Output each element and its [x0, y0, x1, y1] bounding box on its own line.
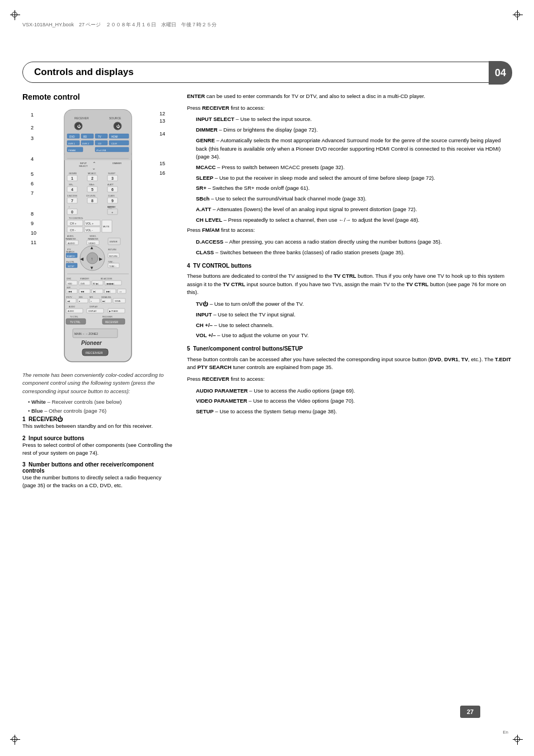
left-column: Remote control 1 2 3 4 5 6 7 8 9 10 11 1…	[22, 92, 174, 722]
section-title-remote: Remote control	[22, 92, 174, 101]
callout-4: 4	[31, 157, 36, 162]
svg-text:▶▶|: ▶▶|	[102, 300, 105, 302]
svg-text:EDN: EDN	[79, 296, 82, 298]
bullet-white: • White – Receiver controls (see below)	[28, 398, 174, 406]
svg-text:SELECT: SELECT	[79, 165, 88, 167]
videoparam-label: VIDEO PARAMETER	[196, 398, 247, 404]
enter-text: ENTER can be used to enter commands for …	[187, 92, 512, 101]
svg-rect-13	[95, 134, 107, 138]
svg-text:8: 8	[91, 199, 93, 203]
svg-text:SIGNAL/SGL: SIGNAL/SGL	[101, 296, 111, 298]
aatt-label: A.ATT	[196, 206, 211, 212]
svg-text:VOL +: VOL +	[86, 222, 93, 225]
svg-text:▶▶|: ▶▶|	[106, 290, 110, 293]
page-number: 27	[460, 706, 480, 718]
callout-left: 1 2 3 4 5 6 7 8 9 10 11	[31, 113, 36, 245]
svg-text:AUDIO: AUDIO	[68, 310, 74, 312]
sleep-label: SLEEP	[196, 175, 213, 181]
callout-2: 2	[31, 125, 36, 130]
callout-6: 6	[31, 181, 36, 186]
svg-text:STK/TV: STK/TV	[66, 296, 72, 298]
remote-wrapper: 1 2 3 4 5 6 7 8 9 10 11 12 13 14 15 16	[31, 107, 165, 366]
corner-mark-bl	[10, 735, 21, 746]
daccess-label: D.ACCESS	[196, 239, 223, 245]
svg-text:■: ■	[79, 300, 80, 302]
svg-rect-2	[64, 155, 132, 160]
callout-1: 1	[31, 113, 36, 118]
callout-14: 14	[160, 132, 165, 137]
callout-5: 5	[31, 172, 36, 177]
dimmer-label: DIMMER	[196, 127, 218, 133]
svg-text:RETURN: RETURN	[108, 249, 116, 251]
callout-right: 12 13 14 15 16	[160, 111, 165, 176]
svg-text:CD: CD	[98, 142, 101, 145]
svg-text:CH +: CH +	[70, 222, 77, 225]
daccess-item: D.ACCESS – After pressing, you can acces…	[196, 238, 512, 246]
input-select-label: INPUT SELECT	[196, 116, 235, 122]
svg-text:◀◀|: ◀◀|	[67, 300, 70, 302]
section-2-body: Press to select control of other compone…	[22, 441, 174, 458]
header-bar: Controls and displays 04	[22, 62, 512, 83]
section4-body: These buttons are dedicated to control t…	[187, 272, 512, 297]
input-select-item: INPUT SELECT – Use to select the input s…	[196, 115, 512, 124]
svg-text:●: ●	[91, 300, 92, 302]
svg-text:RECEIVER: RECEIVER	[86, 351, 103, 354]
remote-caption-text: The remote has been conveniently color-c…	[22, 371, 174, 415]
svg-text:6: 6	[111, 188, 114, 192]
svg-text:⌃: ⌃	[92, 165, 96, 170]
remote-body: RECEIVER SOURCE ⏻ ⏻ DVD BD TV HDMI	[59, 107, 137, 366]
svg-text:STANDBY: STANDBY	[80, 278, 90, 280]
remote-caption: The remote has been conveniently color-c…	[22, 371, 174, 395]
svg-text:CH -: CH -	[70, 228, 76, 232]
mcacc-label: MCACC	[196, 164, 216, 170]
dimmer-item: DIMMER – Dims or brightens the display (…	[196, 126, 512, 134]
section-1-body: This switches between standby and on for…	[22, 422, 174, 430]
chlevel-label: CH LEVEL	[196, 217, 222, 223]
svg-text:DVD: DVD	[69, 136, 75, 138]
svg-text:AUDIO: AUDIO	[69, 306, 75, 308]
svg-text:VIDEO-: VIDEO-	[90, 235, 97, 237]
svg-text:TUNE→: TUNE→	[109, 265, 116, 268]
setup-item: SETUP – Use to access the System Setup m…	[196, 408, 512, 416]
sleep-item: SLEEP – Use to put the receiver in sleep…	[196, 174, 512, 183]
svg-text:+: +	[111, 211, 114, 214]
svg-text:MFX: MFX	[90, 296, 93, 298]
svg-text:▶ PHASE: ▶ PHASE	[109, 310, 119, 312]
section-3: 3 Number buttons and other receiver/comp…	[22, 461, 174, 490]
svg-text:▶|: ▶|	[93, 290, 96, 293]
svg-text:3: 3	[111, 176, 114, 180]
corner-mark-tr	[513, 10, 524, 21]
svg-text:DIMMER: DIMMER	[113, 162, 121, 165]
tvch-item: CH +/– – Use to select channels.	[196, 321, 512, 330]
mcacc-item: MCACC – Press to switch between MCACC pr…	[196, 164, 512, 172]
svg-text:BD-ACCESS: BD-ACCESS	[101, 278, 113, 280]
section-3-title: 3 Number buttons and other receiver/comp…	[22, 461, 174, 474]
callout-11: 11	[31, 240, 36, 245]
svg-text:MCACC: MCACC	[88, 172, 96, 175]
sbch-label: SBch	[196, 195, 209, 202]
svg-text:◀: ◀	[80, 256, 84, 262]
corner-mark-br	[513, 735, 524, 746]
callout-15: 15	[160, 161, 165, 166]
svg-text:▼: ▼	[90, 265, 94, 270]
svg-text:PARAMETER: PARAMETER	[65, 238, 76, 240]
section4-header: 4 TV CONTROL buttons	[187, 262, 512, 270]
svg-text:5: 5	[91, 188, 93, 192]
svg-text:2: 2	[91, 176, 93, 180]
svg-text:ENTER: ENTER	[110, 240, 118, 243]
svg-text:7: 7	[71, 199, 73, 203]
svg-text:SETUP: SETUP	[68, 265, 74, 268]
svg-text:TV: TV	[98, 136, 101, 138]
section-1: 1 RECEIVER⏻ This switches between standb…	[22, 416, 174, 430]
svg-text:TV CTRL: TV CTRL	[70, 321, 81, 324]
page-title: Controls and displays	[34, 67, 134, 78]
svg-text:DVR 2: DVR 2	[82, 142, 90, 145]
section5-header: 5 Tuner/component control buttons/SETUP	[187, 344, 512, 353]
svg-text:DISPLAY: DISPLAY	[88, 310, 97, 312]
svg-text:DISPLAY: DISPLAY	[90, 306, 98, 308]
svg-text:FM/AM: FM/AM	[68, 149, 76, 152]
svg-text:↑: ↑	[91, 256, 93, 262]
tvpower-label: TV⏻	[196, 301, 208, 307]
audioparam-label: AUDIO PARAMETER	[196, 388, 248, 394]
svg-text:|◀◀: |◀◀	[68, 290, 72, 293]
